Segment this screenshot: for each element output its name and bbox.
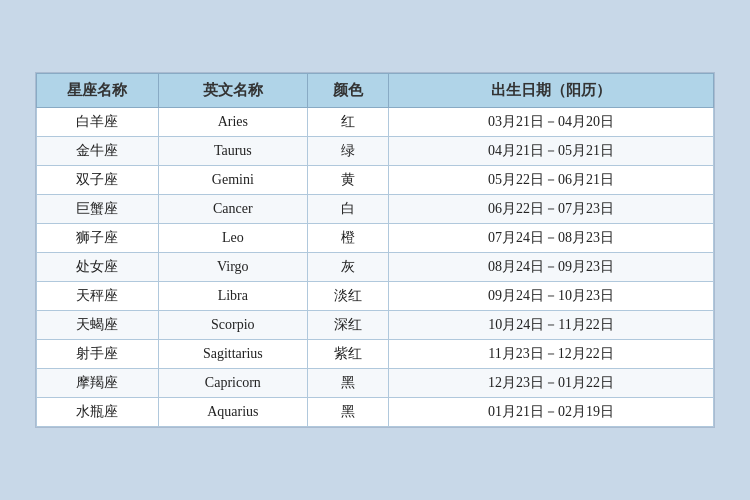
table-row: 金牛座Taurus绿04月21日－05月21日 — [37, 137, 714, 166]
cell-chinese: 处女座 — [37, 253, 159, 282]
cell-color: 红 — [307, 108, 388, 137]
table-row: 天秤座Libra淡红09月24日－10月23日 — [37, 282, 714, 311]
cell-color: 白 — [307, 195, 388, 224]
cell-chinese: 天秤座 — [37, 282, 159, 311]
cell-date: 03月21日－04月20日 — [389, 108, 714, 137]
cell-date: 06月22日－07月23日 — [389, 195, 714, 224]
cell-chinese: 天蝎座 — [37, 311, 159, 340]
cell-color: 灰 — [307, 253, 388, 282]
cell-chinese: 水瓶座 — [37, 398, 159, 427]
cell-color: 橙 — [307, 224, 388, 253]
cell-english: Virgo — [158, 253, 307, 282]
table-body: 白羊座Aries红03月21日－04月20日金牛座Taurus绿04月21日－0… — [37, 108, 714, 427]
zodiac-table: 星座名称 英文名称 颜色 出生日期（阳历） 白羊座Aries红03月21日－04… — [36, 73, 714, 427]
cell-color: 黑 — [307, 369, 388, 398]
cell-chinese: 摩羯座 — [37, 369, 159, 398]
cell-date: 08月24日－09月23日 — [389, 253, 714, 282]
table-row: 狮子座Leo橙07月24日－08月23日 — [37, 224, 714, 253]
cell-english: Leo — [158, 224, 307, 253]
header-english: 英文名称 — [158, 74, 307, 108]
cell-color: 深红 — [307, 311, 388, 340]
cell-date: 10月24日－11月22日 — [389, 311, 714, 340]
cell-date: 04月21日－05月21日 — [389, 137, 714, 166]
cell-chinese: 白羊座 — [37, 108, 159, 137]
cell-english: Sagittarius — [158, 340, 307, 369]
header-date: 出生日期（阳历） — [389, 74, 714, 108]
cell-color: 紫红 — [307, 340, 388, 369]
cell-date: 11月23日－12月22日 — [389, 340, 714, 369]
cell-english: Aquarius — [158, 398, 307, 427]
cell-chinese: 双子座 — [37, 166, 159, 195]
cell-color: 绿 — [307, 137, 388, 166]
cell-english: Capricorn — [158, 369, 307, 398]
cell-chinese: 巨蟹座 — [37, 195, 159, 224]
cell-english: Gemini — [158, 166, 307, 195]
table-row: 摩羯座Capricorn黑12月23日－01月22日 — [37, 369, 714, 398]
table-row: 天蝎座Scorpio深红10月24日－11月22日 — [37, 311, 714, 340]
table-row: 水瓶座Aquarius黑01月21日－02月19日 — [37, 398, 714, 427]
cell-english: Libra — [158, 282, 307, 311]
table-row: 白羊座Aries红03月21日－04月20日 — [37, 108, 714, 137]
cell-date: 01月21日－02月19日 — [389, 398, 714, 427]
cell-chinese: 狮子座 — [37, 224, 159, 253]
header-chinese: 星座名称 — [37, 74, 159, 108]
cell-color: 黑 — [307, 398, 388, 427]
header-color: 颜色 — [307, 74, 388, 108]
cell-date: 09月24日－10月23日 — [389, 282, 714, 311]
table-row: 双子座Gemini黄05月22日－06月21日 — [37, 166, 714, 195]
cell-color: 黄 — [307, 166, 388, 195]
cell-english: Aries — [158, 108, 307, 137]
cell-color: 淡红 — [307, 282, 388, 311]
cell-english: Scorpio — [158, 311, 307, 340]
cell-date: 05月22日－06月21日 — [389, 166, 714, 195]
table-header-row: 星座名称 英文名称 颜色 出生日期（阳历） — [37, 74, 714, 108]
cell-date: 12月23日－01月22日 — [389, 369, 714, 398]
cell-date: 07月24日－08月23日 — [389, 224, 714, 253]
table-row: 处女座Virgo灰08月24日－09月23日 — [37, 253, 714, 282]
cell-chinese: 金牛座 — [37, 137, 159, 166]
cell-english: Cancer — [158, 195, 307, 224]
table-row: 巨蟹座Cancer白06月22日－07月23日 — [37, 195, 714, 224]
cell-chinese: 射手座 — [37, 340, 159, 369]
cell-english: Taurus — [158, 137, 307, 166]
zodiac-table-container: 星座名称 英文名称 颜色 出生日期（阳历） 白羊座Aries红03月21日－04… — [35, 72, 715, 428]
table-row: 射手座Sagittarius紫红11月23日－12月22日 — [37, 340, 714, 369]
